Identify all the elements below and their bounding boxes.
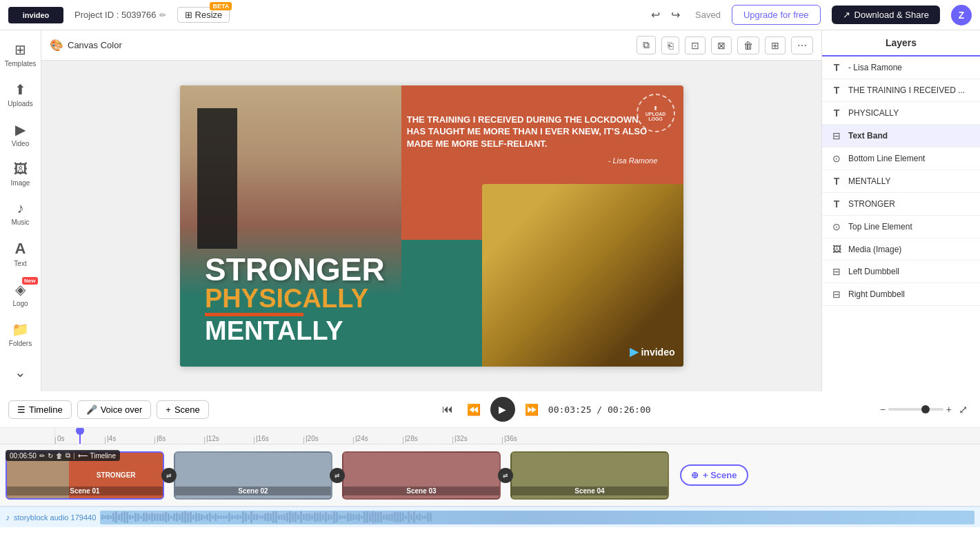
scene-3-label: Scene 03: [343, 486, 499, 495]
zoom-in-button[interactable]: +: [946, 404, 952, 415]
layer-item-mentally[interactable]: T MENTALLY: [822, 170, 980, 193]
skip-back-button[interactable]: ⏮: [438, 400, 457, 418]
paste-style-button[interactable]: ⊠: [711, 37, 732, 54]
timeline-button[interactable]: ☰ Timeline: [8, 400, 72, 419]
layer-item-media-image[interactable]: 🖼 Media (Image): [822, 238, 980, 260]
tick-32s: |32s: [452, 435, 502, 444]
sidebar-item-image[interactable]: 🖼 Image: [2, 156, 39, 192]
text-layer-icon-5: T: [830, 198, 843, 209]
media-layer-icon: 🖼: [830, 244, 843, 254]
dumbbell-right: [482, 184, 683, 367]
scene-clip-4[interactable]: Scene 04: [510, 451, 669, 500]
copy-button[interactable]: ⧉: [637, 36, 656, 54]
scene-clip-3[interactable]: Scene 03: [342, 451, 501, 500]
upgrade-button[interactable]: Upgrade for free: [732, 5, 821, 25]
connector-1[interactable]: ⇌: [161, 468, 177, 483]
plus-icon: +: [166, 404, 171, 415]
title-physically: PHYSICALLY: [205, 285, 385, 311]
frame-back-button[interactable]: ⏪: [463, 400, 485, 419]
sidebar-item-expand[interactable]: ⌄: [2, 358, 39, 386]
sidebar-item-templates[interactable]: ⊞ Templates: [2, 36, 39, 73]
undo-redo-controls: ↩ ↪: [647, 6, 684, 24]
layer-item-bottom-line[interactable]: ⊙ Bottom Line Element: [822, 147, 980, 170]
sidebar-item-text[interactable]: A Text: [2, 234, 39, 273]
layer-item-training-text[interactable]: T THE TRAINING I RECEIVED ...: [822, 79, 980, 102]
quote-text-area: THE TRAINING I RECEIVED DURING THE LOCKD…: [401, 108, 663, 171]
link-icon-3: ⇌: [503, 472, 508, 479]
add-scene-button[interactable]: ⊕ + Scene: [680, 464, 748, 486]
invideo-watermark: ▶ invideo: [630, 345, 674, 358]
scene-track: 00:06:50 ✏ ↻ 🗑 ⧉ | ⟵ Timeline STRONGER S…: [0, 444, 980, 506]
sidebar-item-music[interactable]: ♪ Music: [2, 195, 39, 232]
layer-item-lisa-ramone[interactable]: T - Lisa Ramone: [822, 57, 980, 79]
upload-logo-placeholder[interactable]: ⬆ UPLOAD LOGO: [637, 94, 675, 132]
sidebar-item-logo[interactable]: New ◈ Logo: [2, 276, 39, 313]
redo-button[interactable]: ↪: [667, 6, 684, 24]
dumbbell-bg: [482, 184, 683, 367]
connector-2[interactable]: ⇌: [330, 468, 345, 483]
scene-clip-2[interactable]: Scene 02: [174, 451, 332, 500]
edit-icon[interactable]: ✏: [159, 10, 166, 20]
link-icon-2: ⇌: [334, 472, 340, 479]
plus-circle-icon: ⊕: [691, 470, 699, 480]
upload-icon: ⬆: [653, 105, 658, 112]
saved-status: Saved: [695, 10, 721, 20]
clip-delete-icon[interactable]: 🗑: [56, 452, 63, 460]
paste-button[interactable]: ⎗: [661, 37, 679, 54]
title-mentally: MENTALLY: [205, 318, 385, 344]
scene-4-label: Scene 04: [512, 486, 668, 495]
playback-controls: ⏮ ⏪ ▶ ⏩: [438, 397, 543, 422]
canvas-color-label[interactable]: 🎨 Canvas Color: [50, 39, 122, 52]
timeline-clip-button[interactable]: Timeline: [90, 452, 116, 460]
frame-forward-button[interactable]: ⏩: [521, 400, 543, 419]
layer-item-left-dumbbell[interactable]: ⊟ Left Dumbbell: [822, 260, 980, 283]
connector-3[interactable]: ⇌: [498, 468, 513, 483]
zoom-thumb[interactable]: [921, 405, 930, 413]
video-icon: ▶: [15, 121, 26, 138]
tick-24s: |24s: [353, 435, 403, 444]
invideo-logo: invideo: [8, 7, 63, 23]
ruler-left-spacer: [0, 428, 55, 444]
text-layer-icon-2: T: [830, 85, 843, 96]
download-button[interactable]: ↗ Download & Share: [832, 6, 940, 24]
layer-item-right-dumbbell[interactable]: ⊟ Right Dumbbell: [822, 283, 980, 306]
sidebar-item-video[interactable]: ▶ Video: [2, 116, 39, 153]
element-layer-icon-2: ⊟: [830, 266, 843, 277]
clip-loop-icon[interactable]: ↻: [48, 452, 53, 460]
play-button[interactable]: ▶: [490, 397, 515, 422]
undo-button[interactable]: ↩: [647, 6, 664, 24]
layer-item-physically[interactable]: T PHYSICALLY: [822, 102, 980, 125]
layer-item-top-line[interactable]: ⊙ Top Line Element: [822, 216, 980, 238]
copy-style-button[interactable]: ⊡: [685, 37, 706, 54]
fullscreen-button[interactable]: ⤢: [954, 400, 972, 419]
more-button[interactable]: ⋯: [791, 37, 813, 54]
canvas-viewport[interactable]: THE TRAINING I RECEIVED DURING THE LOCKD…: [41, 61, 821, 391]
text-icon: A: [15, 240, 26, 258]
clip-copy-icon[interactable]: ⧉: [66, 451, 70, 460]
tick-4s: |4s: [105, 435, 154, 444]
sidebar-item-uploads[interactable]: ⬆ Uploads: [2, 76, 39, 113]
zoom-slider[interactable]: [888, 408, 943, 411]
folders-icon: 📁: [12, 321, 29, 338]
zoom-out-button[interactable]: −: [880, 404, 886, 415]
scene-button[interactable]: + Scene: [157, 400, 208, 419]
element-layer-icon-3: ⊟: [830, 289, 843, 300]
project-id: Project ID : 5039766 ✏: [74, 10, 166, 20]
voice-over-button[interactable]: 🎤 Voice over: [77, 400, 152, 419]
sidebar-item-folders[interactable]: 📁 Folders: [2, 316, 39, 353]
waveform-bars: [100, 511, 974, 524]
layer-item-text-band[interactable]: ⊟ Text Band: [822, 125, 980, 147]
element-layer-icon: ⊟: [830, 130, 843, 141]
scene-1-label: Scene 01: [7, 486, 163, 495]
image-icon: 🖼: [14, 161, 28, 177]
delete-button[interactable]: 🗑: [737, 37, 759, 54]
avatar[interactable]: Z: [951, 5, 972, 25]
grid-button[interactable]: ⊞: [765, 37, 786, 54]
link-icon: ⇌: [166, 472, 172, 479]
tick-20s: |20s: [303, 435, 353, 444]
resize-icon: ⊞: [185, 10, 192, 20]
layer-item-stronger[interactable]: T STRONGER: [822, 193, 980, 216]
microphone-icon: 🎤: [86, 404, 97, 415]
resize-button[interactable]: ⊞ Resize BETA: [177, 7, 230, 23]
clip-edit-icon[interactable]: ✏: [39, 452, 45, 460]
